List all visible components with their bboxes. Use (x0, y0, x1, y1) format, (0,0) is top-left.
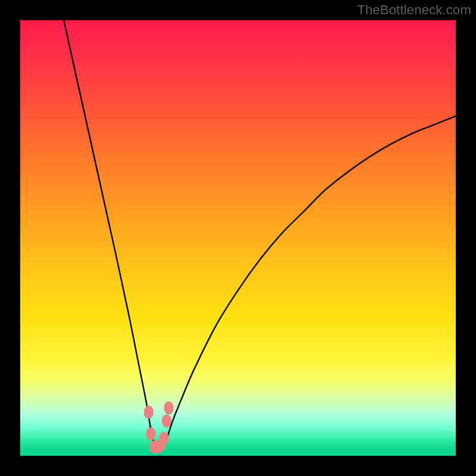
watermark-text: TheBottleneck.com (357, 2, 471, 18)
marker-blob (159, 432, 169, 445)
chart-svg (20, 20, 456, 456)
marker-blob (162, 414, 171, 427)
bottleneck-curve (64, 20, 456, 452)
highlight-markers (144, 401, 174, 453)
marker-blob (164, 401, 174, 414)
outer-frame: TheBottleneck.com (0, 0, 476, 476)
marker-blob (144, 406, 154, 419)
plot-area (20, 20, 456, 456)
marker-blob (146, 427, 156, 440)
